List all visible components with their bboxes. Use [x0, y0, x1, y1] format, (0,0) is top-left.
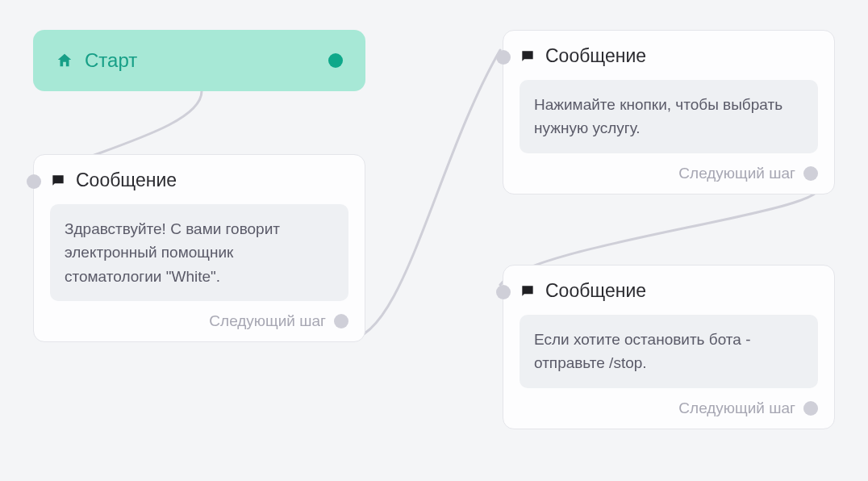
- node-body: Если хотите остановить бота - отправьте …: [520, 315, 818, 388]
- message-node-1[interactable]: Сообщение Здравствуйте! С вами говорит э…: [33, 154, 365, 342]
- in-port[interactable]: [27, 174, 41, 189]
- node-title: Сообщение: [76, 169, 177, 191]
- in-port[interactable]: [496, 50, 511, 65]
- home-icon: [56, 52, 73, 69]
- in-port[interactable]: [496, 285, 511, 299]
- message-node-2[interactable]: Сообщение Нажимайте кнопки, чтобы выбрат…: [503, 30, 835, 194]
- node-footer: Следующий шаг: [50, 312, 348, 330]
- message-icon: [50, 173, 66, 189]
- message-icon: [520, 283, 536, 299]
- node-footer: Следующий шаг: [520, 165, 818, 182]
- node-title-row: Сообщение: [50, 169, 348, 191]
- node-title-row: Сообщение: [520, 45, 818, 67]
- next-step-label: Следующий шаг: [678, 165, 795, 182]
- start-out-port[interactable]: [328, 53, 343, 68]
- out-port[interactable]: [803, 166, 818, 181]
- flow-canvas[interactable]: Старт Сообщение Здравствуйте! С вами гов…: [0, 0, 868, 481]
- message-node-3[interactable]: Сообщение Если хотите остановить бота - …: [503, 265, 835, 429]
- node-title: Сообщение: [545, 280, 646, 302]
- out-port[interactable]: [803, 401, 818, 416]
- node-title-row: Сообщение: [520, 280, 818, 302]
- node-footer: Следующий шаг: [520, 399, 818, 417]
- message-icon: [520, 48, 536, 65]
- next-step-label: Следующий шаг: [209, 312, 326, 330]
- start-label: Старт: [85, 49, 328, 72]
- out-port[interactable]: [334, 314, 348, 328]
- next-step-label: Следующий шаг: [678, 399, 795, 417]
- node-body: Здравствуйте! С вами говорит электронный…: [50, 204, 348, 301]
- start-node[interactable]: Старт: [33, 30, 365, 91]
- node-body: Нажимайте кнопки, чтобы выбрать нужную у…: [520, 80, 818, 153]
- node-title: Сообщение: [545, 45, 646, 67]
